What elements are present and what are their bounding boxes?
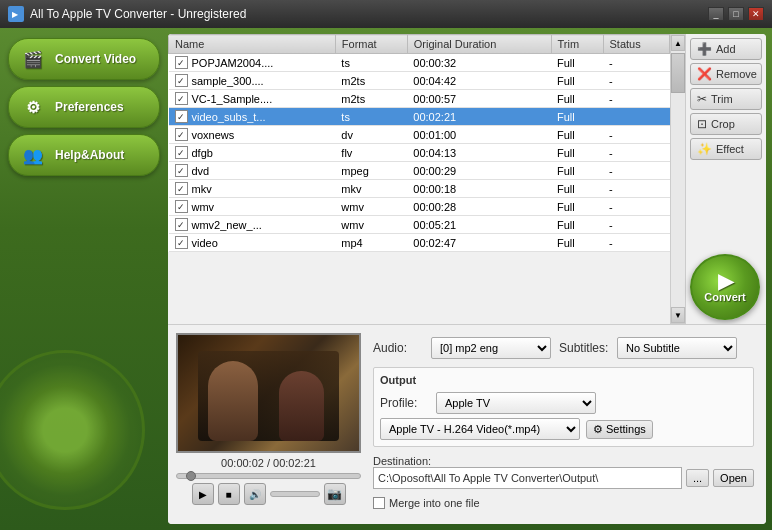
file-format: mpeg <box>335 162 407 180</box>
merge-checkbox[interactable] <box>373 497 385 509</box>
scroll-up-button[interactable]: ▲ <box>671 35 685 51</box>
table-row[interactable]: voxnewsdv00:01:00Full- <box>169 126 670 144</box>
gear-settings-icon: ⚙ <box>593 423 603 436</box>
progress-thumb[interactable] <box>186 471 196 481</box>
volume-slider[interactable] <box>270 491 320 497</box>
file-format: flv <box>335 144 407 162</box>
crop-button[interactable]: ⊡ Crop <box>690 113 762 135</box>
file-duration: 00:04:13 <box>407 144 551 162</box>
destination-path-input[interactable] <box>373 467 682 489</box>
progress-track[interactable] <box>176 473 361 479</box>
stop-button[interactable]: ■ <box>218 483 240 505</box>
file-duration: 00:00:32 <box>407 54 551 72</box>
table-row[interactable]: mkvmkv00:00:18Full- <box>169 180 670 198</box>
close-button[interactable]: ✕ <box>748 7 764 21</box>
remove-icon: ❌ <box>697 67 712 81</box>
snapshot-button[interactable]: 📷 <box>324 483 346 505</box>
table-row[interactable]: VC-1_Sample....m2ts00:00:57Full- <box>169 90 670 108</box>
file-duration: 00:05:21 <box>407 216 551 234</box>
file-status: - <box>603 216 669 234</box>
file-name: dfgb <box>192 147 213 159</box>
film-icon: 🎬 <box>19 45 47 73</box>
file-list-scrollbar[interactable]: ▲ ▼ <box>670 34 686 324</box>
volume-button[interactable]: 🔊 <box>244 483 266 505</box>
file-trim: Full <box>551 144 603 162</box>
file-status: - <box>603 198 669 216</box>
file-duration: 00:04:42 <box>407 72 551 90</box>
file-name: dvd <box>192 165 210 177</box>
add-button[interactable]: ➕ Add <box>690 38 762 60</box>
table-row[interactable]: dfgbflv00:04:13Full- <box>169 144 670 162</box>
table-row[interactable]: dvdmpeg00:00:29Full- <box>169 162 670 180</box>
table-row[interactable]: POPJAM2004....ts00:00:32Full- <box>169 54 670 72</box>
help-about-button[interactable]: 👥 Help&About <box>8 134 160 176</box>
progress-bar-container <box>176 473 361 479</box>
play-button[interactable]: ▶ <box>192 483 214 505</box>
col-format: Format <box>335 35 407 54</box>
file-trim: Full <box>551 198 603 216</box>
browse-button[interactable]: ... <box>686 469 709 487</box>
minimize-button[interactable]: _ <box>708 7 724 21</box>
subtitle-select[interactable]: No Subtitle <box>617 337 737 359</box>
figure2 <box>279 371 324 441</box>
file-trim: Full <box>551 126 603 144</box>
destination-row: ... Open <box>373 467 754 489</box>
file-status: - <box>603 144 669 162</box>
row-checkbox[interactable] <box>175 110 188 123</box>
sidebar: 🎬 Convert Video ⚙ Preferences 👥 Help&Abo… <box>0 28 168 530</box>
row-checkbox[interactable] <box>175 146 188 159</box>
destination-section: Destination: ... Open <box>373 455 754 489</box>
convert-video-button[interactable]: 🎬 Convert Video <box>8 38 160 80</box>
file-duration: 00:00:29 <box>407 162 551 180</box>
row-checkbox[interactable] <box>175 218 188 231</box>
remove-button[interactable]: ❌ Remove <box>690 63 762 85</box>
row-checkbox[interactable] <box>175 56 188 69</box>
scroll-track <box>671 51 685 307</box>
window-controls: _ □ ✕ <box>708 7 764 21</box>
right-buttons-panel: ➕ Add ❌ Remove ✂ Trim ⊡ Crop ✨ Effect <box>686 34 766 324</box>
file-status: - <box>603 126 669 144</box>
preview-frame <box>176 333 361 453</box>
settings-gear-button[interactable]: ⚙ Settings <box>586 420 653 439</box>
table-row[interactable]: video_subs_t...ts00:02:21Full <box>169 108 670 126</box>
file-table: Name Format Original Duration Trim Statu… <box>168 34 670 252</box>
maximize-button[interactable]: □ <box>728 7 744 21</box>
table-row[interactable]: videomp400:02:47Full- <box>169 234 670 252</box>
file-name: POPJAM2004.... <box>192 57 274 69</box>
file-list-container: Name Format Original Duration Trim Statu… <box>168 34 766 324</box>
convert-button[interactable]: ▶ Convert <box>690 254 760 320</box>
output-section: Output Profile: Apple TV Apple TV - H.26… <box>373 367 754 447</box>
row-checkbox[interactable] <box>175 74 188 87</box>
row-checkbox[interactable] <box>175 164 188 177</box>
table-row[interactable]: sample_300....m2ts00:04:42Full- <box>169 72 670 90</box>
settings-panel: Audio: [0] mp2 eng Subtitles: No Subtitl… <box>369 333 758 516</box>
audio-subtitles-row: Audio: [0] mp2 eng Subtitles: No Subtitl… <box>373 337 754 359</box>
format-select[interactable]: Apple TV - H.264 Video(*.mp4) <box>380 418 580 440</box>
table-row[interactable]: wmvwmv00:00:28Full- <box>169 198 670 216</box>
row-checkbox[interactable] <box>175 182 188 195</box>
preferences-button[interactable]: ⚙ Preferences <box>8 86 160 128</box>
effect-icon: ✨ <box>697 142 712 156</box>
row-checkbox[interactable] <box>175 92 188 105</box>
row-checkbox[interactable] <box>175 236 188 249</box>
trim-icon: ✂ <box>697 92 707 106</box>
file-name: video_subs_t... <box>192 111 266 123</box>
file-name: mkv <box>192 183 212 195</box>
effect-button[interactable]: ✨ Effect <box>690 138 762 160</box>
file-format: m2ts <box>335 90 407 108</box>
audio-select[interactable]: [0] mp2 eng <box>431 337 551 359</box>
audio-label: Audio: <box>373 341 423 355</box>
scroll-thumb[interactable] <box>671 53 685 93</box>
profile-select[interactable]: Apple TV <box>436 392 596 414</box>
window-title: All To Apple TV Converter - Unregistered <box>30 7 246 21</box>
row-checkbox[interactable] <box>175 200 188 213</box>
table-row[interactable]: wmv2_new_...wmv00:05:21Full- <box>169 216 670 234</box>
file-format: m2ts <box>335 72 407 90</box>
file-trim: Full <box>551 108 603 126</box>
row-checkbox[interactable] <box>175 128 188 141</box>
open-button[interactable]: Open <box>713 469 754 487</box>
file-name: sample_300.... <box>192 75 264 87</box>
scroll-down-button[interactable]: ▼ <box>671 307 685 323</box>
bottom-panel: 00:00:02 / 00:02:21 ▶ ■ 🔊 📷 <box>168 324 766 524</box>
trim-button[interactable]: ✂ Trim <box>690 88 762 110</box>
